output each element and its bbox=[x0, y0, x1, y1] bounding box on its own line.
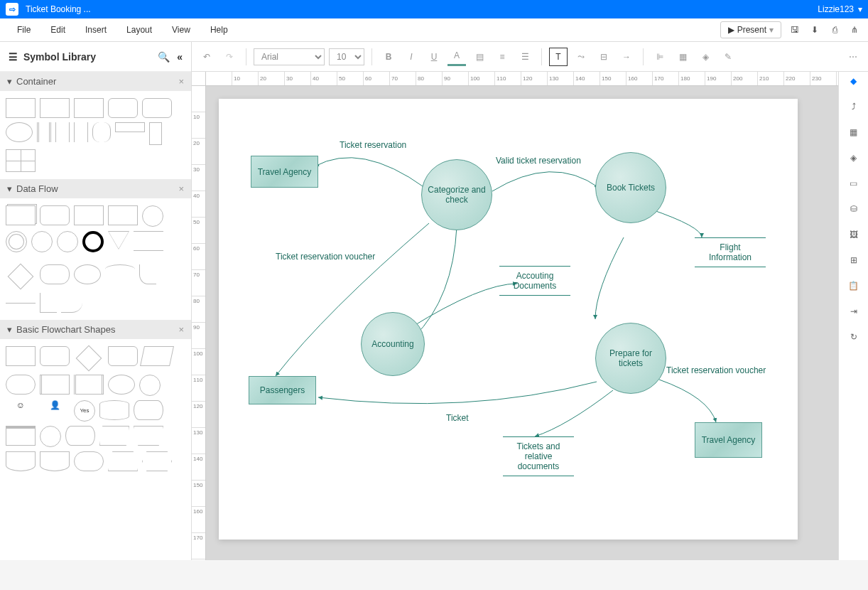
shape-circle[interactable] bbox=[57, 231, 78, 252]
indent-icon[interactable]: ⇥ bbox=[846, 304, 862, 319]
shape-arc[interactable] bbox=[139, 264, 156, 284]
node-acc-docs[interactable]: Accouting Documents bbox=[499, 266, 570, 296]
close-icon[interactable]: × bbox=[178, 324, 184, 335]
share-icon[interactable]: ⋔ bbox=[848, 23, 861, 36]
panel-container[interactable]: ▾ Container × bbox=[0, 72, 191, 91]
print-icon[interactable]: ⎙ bbox=[828, 23, 841, 36]
node-flight-info[interactable]: Flight Information bbox=[695, 237, 766, 267]
font-select[interactable]: Arial bbox=[254, 48, 325, 65]
data-icon[interactable]: ⛁ bbox=[846, 201, 862, 217]
shape-pill[interactable] bbox=[74, 451, 104, 471]
shape-circle[interactable] bbox=[142, 205, 163, 227]
shape-grid[interactable] bbox=[6, 149, 36, 172]
shape-parallelogram[interactable] bbox=[140, 346, 174, 366]
shape-ring-bold[interactable] bbox=[82, 231, 104, 252]
menu-edit[interactable]: Edit bbox=[40, 21, 75, 39]
node-tickets-docs[interactable]: Tickets and relative documents bbox=[503, 436, 574, 476]
tree-icon[interactable]: ⊞ bbox=[846, 252, 862, 268]
font-color-icon[interactable]: A bbox=[447, 48, 466, 66]
collapse-icon[interactable]: « bbox=[177, 51, 183, 63]
close-icon[interactable]: × bbox=[178, 76, 184, 87]
shape-predefined[interactable] bbox=[74, 375, 104, 395]
shape-actor[interactable]: ☺ bbox=[6, 400, 36, 420]
shape-user[interactable]: 👤 bbox=[40, 400, 70, 420]
page[interactable]: Travel Agency Passengers Travel Agency C… bbox=[219, 99, 798, 540]
shape-ellipse[interactable] bbox=[108, 375, 135, 395]
shape-rect[interactable] bbox=[6, 98, 36, 118]
size-select[interactable]: 10 bbox=[329, 48, 364, 65]
text-tool-icon[interactable]: T bbox=[549, 48, 568, 66]
node-categorize[interactable]: Categorize and check bbox=[421, 159, 492, 230]
search-icon[interactable]: 🔍 bbox=[158, 51, 170, 63]
undo-icon[interactable]: ↶ bbox=[197, 48, 216, 66]
connector-icon[interactable]: ⤳ bbox=[572, 48, 590, 66]
grid-icon[interactable]: ▦ bbox=[846, 124, 862, 140]
shape-trapezoid[interactable] bbox=[108, 451, 138, 471]
more-icon[interactable]: ⋯ bbox=[844, 48, 862, 66]
menu-help[interactable]: Help bbox=[200, 21, 238, 39]
shape-yes[interactable]: Yes bbox=[74, 400, 95, 422]
italic-icon[interactable]: I bbox=[402, 48, 421, 66]
redo-icon[interactable]: ↷ bbox=[220, 48, 239, 66]
shape-card[interactable] bbox=[6, 426, 36, 446]
shape-cylinder[interactable] bbox=[65, 426, 95, 446]
node-book[interactable]: Book Tickets bbox=[595, 152, 666, 223]
shape-hexagon[interactable] bbox=[142, 451, 172, 471]
shape-arc[interactable] bbox=[105, 264, 135, 274]
shape-frame[interactable] bbox=[37, 122, 51, 142]
save-icon[interactable]: 🖫 bbox=[788, 23, 801, 36]
group-icon[interactable]: ▦ bbox=[673, 48, 692, 66]
image-icon[interactable]: 🖼 bbox=[846, 227, 862, 242]
shape-brace[interactable] bbox=[104, 122, 111, 142]
history-icon[interactable]: ↻ bbox=[846, 329, 862, 345]
shape-line[interactable] bbox=[6, 303, 36, 304]
align-obj-icon[interactable]: ⊫ bbox=[651, 48, 669, 66]
shape-ring[interactable] bbox=[6, 231, 27, 252]
node-travel-agency-2[interactable]: Travel Agency bbox=[695, 422, 762, 458]
shape-cylinder[interactable] bbox=[134, 400, 163, 420]
shape-stack[interactable] bbox=[6, 205, 36, 225]
shape-predefined[interactable] bbox=[40, 375, 70, 395]
node-passengers[interactable]: Passengers bbox=[249, 376, 316, 404]
clipboard-icon[interactable]: 📋 bbox=[846, 278, 862, 294]
node-prepare[interactable]: Prepare for tickets bbox=[595, 323, 666, 394]
brush-icon[interactable]: ✎ bbox=[719, 48, 737, 66]
shape-circle[interactable] bbox=[31, 231, 53, 252]
shape-cylinder[interactable] bbox=[99, 400, 129, 420]
panel-flowchart[interactable]: ▾ Basic Flowchart Shapes × bbox=[0, 320, 191, 339]
shape-roundrect[interactable] bbox=[142, 98, 172, 118]
shape-rect[interactable] bbox=[108, 205, 138, 225]
arrow-icon[interactable]: → bbox=[617, 48, 636, 66]
panel-dataflow[interactable]: ▾ Data Flow × bbox=[0, 179, 191, 198]
underline-icon[interactable]: U bbox=[425, 48, 443, 66]
list-icon[interactable]: ☰ bbox=[516, 48, 534, 66]
shape-trapezoid[interactable] bbox=[99, 426, 129, 446]
shape-wave[interactable] bbox=[6, 451, 36, 471]
shape-roundrect[interactable] bbox=[108, 98, 138, 118]
menu-layout[interactable]: Layout bbox=[116, 21, 162, 39]
shape-cloud[interactable] bbox=[40, 264, 70, 284]
fill-icon[interactable]: ◈ bbox=[696, 48, 715, 66]
menu-view[interactable]: View bbox=[162, 21, 200, 39]
node-travel-agency[interactable]: Travel Agency bbox=[251, 156, 318, 188]
shape-diamond[interactable] bbox=[8, 264, 34, 290]
theme-icon[interactable]: ◆ bbox=[846, 73, 862, 89]
shape-circle[interactable] bbox=[40, 426, 61, 447]
export-icon[interactable]: ⤴ bbox=[846, 99, 862, 114]
shape-curve[interactable] bbox=[61, 293, 82, 313]
shape-rect[interactable] bbox=[74, 205, 104, 225]
shape-trapezoid[interactable] bbox=[134, 426, 163, 446]
canvas-area[interactable]: Travel Agency Passengers Travel Agency C… bbox=[206, 86, 838, 560]
shape-rect[interactable] bbox=[115, 122, 145, 132]
shape-diamond[interactable] bbox=[76, 345, 102, 372]
layers-icon[interactable]: ◈ bbox=[846, 150, 862, 166]
line-style-icon[interactable]: ⊟ bbox=[595, 48, 613, 66]
shape-brace[interactable] bbox=[92, 122, 99, 142]
bold-icon[interactable]: B bbox=[379, 48, 398, 66]
shape-circle[interactable] bbox=[139, 375, 161, 396]
download-icon[interactable]: ⬇ bbox=[808, 23, 821, 36]
shape-rect[interactable] bbox=[74, 98, 104, 118]
highlight-icon[interactable]: ▤ bbox=[470, 48, 489, 66]
shape-rect[interactable] bbox=[40, 98, 70, 118]
menu-insert[interactable]: Insert bbox=[75, 21, 116, 39]
